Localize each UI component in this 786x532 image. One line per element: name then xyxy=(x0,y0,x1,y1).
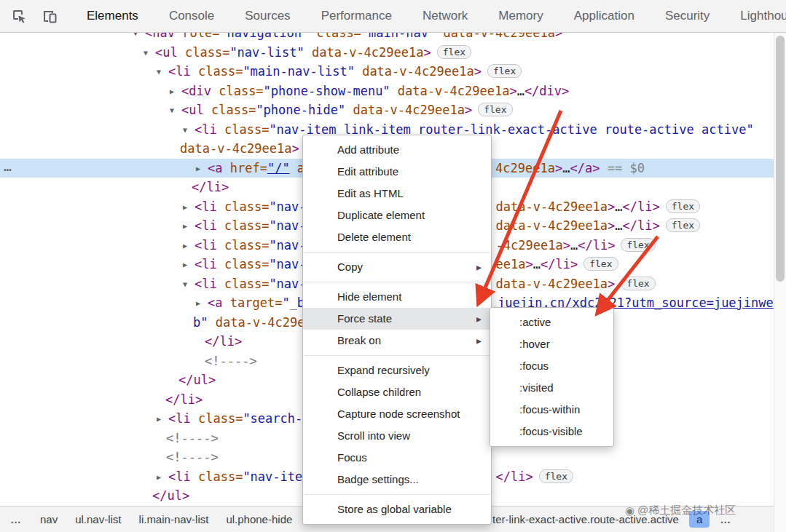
attribute-name: class= xyxy=(217,238,270,253)
attribute-name: data-v-4c29ee1a xyxy=(496,199,608,214)
expand-arrow-icon[interactable]: ▼ xyxy=(144,44,155,63)
dom-tree-line[interactable]: ▼<li class="main-nav-list" data-v-4c29ee… xyxy=(0,62,774,82)
tab-sources[interactable]: Sources xyxy=(229,0,305,32)
tag-name: <li xyxy=(194,257,217,271)
expand-arrow-icon[interactable]: ▶ xyxy=(183,255,194,275)
href-link[interactable]: "/" xyxy=(267,161,290,175)
tag-name: </li> xyxy=(623,218,660,233)
flex-badge[interactable]: flex xyxy=(487,64,522,78)
flex-badge[interactable]: flex xyxy=(478,103,512,116)
menu-item-focus[interactable]: :focus xyxy=(490,355,613,377)
expand-arrow-icon[interactable]: ▶ xyxy=(196,294,208,314)
toggle-device-toolbar-icon[interactable] xyxy=(39,6,60,26)
menu-item-hide-element[interactable]: Hide element xyxy=(303,286,491,308)
flex-badge[interactable]: flex xyxy=(666,218,700,232)
tab-lighthouse[interactable]: Lighthouse xyxy=(725,0,786,32)
attribute-name: data-v-4c29ee1a xyxy=(496,218,608,233)
attribute-name: target= xyxy=(222,295,282,310)
expand-arrow-icon[interactable]: ▼ xyxy=(183,275,194,295)
tab-elements[interactable]: Elements xyxy=(71,0,154,32)
menu-item-duplicate-element[interactable]: Duplicate element xyxy=(303,205,491,226)
attribute-name: class= xyxy=(191,411,243,426)
tab-security[interactable]: Security xyxy=(650,0,725,32)
menu-item-break-on[interactable]: Break on▸ xyxy=(303,330,491,352)
breadcrumb-nav[interactable]: nav xyxy=(31,513,66,525)
breadcrumb-ul-phone-hide[interactable]: ul.phone-hide xyxy=(217,513,301,525)
expand-arrow-icon[interactable]: ▼ xyxy=(183,121,194,140)
tab-performance[interactable]: Performance xyxy=(306,0,407,32)
row-more-actions[interactable]: … xyxy=(4,157,12,177)
flex-badge[interactable]: flex xyxy=(583,257,618,271)
menu-item-focus-within[interactable]: :focus-within xyxy=(490,399,613,421)
menu-item-delete-element[interactable]: Delete element xyxy=(303,226,491,248)
menu-item-scroll-into-view[interactable]: Scroll into view xyxy=(303,425,491,447)
tab-memory[interactable]: Memory xyxy=(483,0,558,32)
attribute-value: "nav-list" xyxy=(229,45,304,60)
tag-name: </li> xyxy=(496,469,533,484)
submenu-arrow-icon: ▸ xyxy=(476,308,482,330)
menu-item-capture-node-screenshot[interactable]: Capture node screenshot xyxy=(303,403,491,425)
menu-item-add-attribute[interactable]: Add attribute xyxy=(303,139,491,161)
menu-item-hover[interactable]: :hover xyxy=(490,333,613,355)
expand-arrow-icon[interactable]: ▶ xyxy=(196,159,208,179)
flex-badge[interactable]: flex xyxy=(666,199,700,213)
menu-item-active[interactable]: :active xyxy=(490,311,613,333)
tab-network[interactable]: Network xyxy=(407,0,483,32)
tag-name: <ul xyxy=(155,45,178,60)
menu-item-store-as-global-variable[interactable]: Store as global variable xyxy=(303,499,491,520)
menu-item-collapse-children[interactable]: Collapse children xyxy=(303,381,491,403)
dom-tree-line[interactable]: ▼<ul class="nav-list" data-v-4c29ee1a>fl… xyxy=(0,43,774,63)
tag-name: > xyxy=(608,218,615,233)
expand-arrow-icon[interactable]: ▶ xyxy=(157,410,168,429)
menu-item-badge-settings[interactable]: Badge settings... xyxy=(303,469,491,491)
comment-node: <!----> xyxy=(205,354,257,368)
expand-arrow-icon[interactable]: ▶ xyxy=(183,217,194,237)
tag-name: </li> xyxy=(205,334,242,349)
expand-arrow-icon[interactable]: ▶ xyxy=(183,198,194,218)
comment-node: <!----> xyxy=(166,431,219,445)
breadcrumbs-left: navul.nav-listli.main-nav-listul.phone-h… xyxy=(31,513,301,525)
tag-name: <ul xyxy=(181,103,204,117)
tag-name: <div xyxy=(181,84,211,98)
vertical-scrollbar[interactable] xyxy=(774,33,786,532)
tag-name: > xyxy=(474,64,482,79)
menu-separator xyxy=(304,282,490,282)
tag-name: > xyxy=(608,199,615,214)
tag-name: <li xyxy=(168,64,191,79)
flex-badge[interactable]: flex xyxy=(539,469,573,483)
menu-separator xyxy=(304,252,490,253)
tag-name: </div> xyxy=(524,84,569,98)
breadcrumb-overflow-left[interactable]: … xyxy=(0,513,31,525)
attribute-name: data-v-4c29ee1a xyxy=(496,277,608,291)
menu-item-visited[interactable]: :visited xyxy=(490,377,613,399)
tab-application[interactable]: Application xyxy=(559,0,650,32)
tag-name: </li> xyxy=(165,392,203,407)
menu-item-expand-recursively[interactable]: Expand recursively xyxy=(303,360,491,381)
expand-arrow-icon[interactable]: ▼ xyxy=(170,101,181,121)
menu-item-edit-as-html[interactable]: Edit as HTML xyxy=(303,183,491,205)
expand-arrow-icon[interactable]: ▼ xyxy=(157,63,168,82)
expand-arrow-icon[interactable]: ▶ xyxy=(157,468,168,488)
flex-badge[interactable]: flex xyxy=(621,238,655,252)
menu-item-edit-attribute[interactable]: Edit attribute xyxy=(303,161,491,183)
tag-name: <li xyxy=(168,411,191,426)
breadcrumb-ul-nav-list[interactable]: ul.nav-list xyxy=(66,513,130,525)
breadcrumb-li-main-nav-list[interactable]: li.main-nav-list xyxy=(130,513,218,525)
menu-item-force-state[interactable]: Force state▸ xyxy=(303,308,491,330)
expand-arrow-icon[interactable]: ▶ xyxy=(183,237,194,256)
tag-name: <li xyxy=(168,469,191,484)
flex-badge[interactable]: flex xyxy=(621,277,655,290)
dom-tree-line[interactable]: ▼<ul class="phone-hide" data-v-4c29ee1a>… xyxy=(0,100,774,120)
menu-item-focus[interactable]: Focus xyxy=(303,447,491,469)
juejin-logo-icon: ◉ xyxy=(625,504,634,517)
menu-item-focus-visible[interactable]: :focus-visible xyxy=(490,421,613,442)
expand-arrow-icon[interactable]: ▶ xyxy=(170,82,181,102)
dom-tree-line[interactable]: ▶<div class="phone-show-menu" data-v-4c2… xyxy=(0,82,774,101)
scrollbar-thumb[interactable] xyxy=(776,36,785,282)
inspect-element-icon[interactable] xyxy=(9,6,29,26)
tag-name: </ul> xyxy=(178,373,216,387)
menu-item-copy[interactable]: Copy▸ xyxy=(303,256,491,278)
tab-console[interactable]: Console xyxy=(154,0,229,32)
attribute-name: href= xyxy=(222,161,267,175)
flex-badge[interactable]: flex xyxy=(437,45,471,59)
